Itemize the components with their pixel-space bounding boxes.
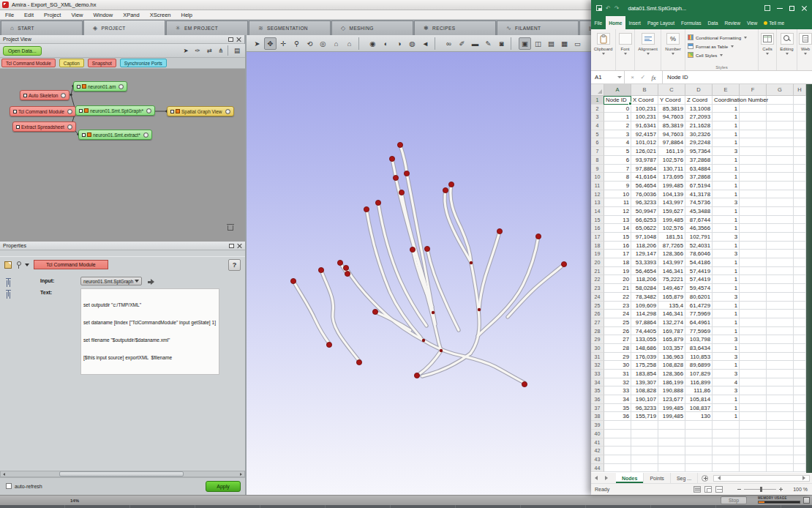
column-header-c[interactable]: C [658, 84, 685, 96]
cell[interactable] [685, 455, 713, 464]
cell[interactable] [658, 430, 685, 438]
cell[interactable] [767, 198, 794, 207]
cell[interactable]: 65,0622 [631, 224, 658, 233]
cell[interactable]: 159,627 [658, 207, 685, 216]
cell[interactable]: 21 [604, 284, 631, 293]
cell[interactable]: 128,366 [658, 370, 685, 378]
cell[interactable] [604, 447, 631, 455]
cell[interactable] [767, 438, 794, 447]
cell[interactable]: 41,3178 [685, 190, 713, 199]
cell[interactable]: Y Coord [658, 96, 685, 105]
cell[interactable]: 199,485 [658, 216, 685, 225]
cell[interactable]: 103,798 [685, 335, 713, 344]
styles-button-format-as-table[interactable]: Format as Table [688, 42, 758, 51]
cell[interactable] [794, 275, 806, 284]
cell[interactable] [713, 447, 740, 455]
cell[interactable] [767, 318, 794, 327]
cell[interactable]: 97,1048 [631, 233, 658, 242]
apply-button[interactable]: Apply [206, 481, 241, 492]
cell[interactable]: 87,7265 [658, 242, 685, 250]
close-panel-icon[interactable] [236, 37, 241, 42]
menu-edit[interactable]: Edit [19, 12, 39, 18]
cell[interactable]: 199,485 [658, 412, 685, 421]
cell[interactable] [740, 242, 767, 250]
cell[interactable] [740, 464, 767, 473]
cell[interactable]: 1 [713, 242, 740, 250]
cell[interactable]: 139,307 [631, 378, 658, 387]
row-header-17[interactable]: 17 [591, 233, 604, 242]
cell[interactable] [794, 233, 806, 242]
cell[interactable]: 7 [604, 165, 631, 173]
cell[interactable]: Coordination Number [713, 96, 740, 105]
ribbon-options-icon[interactable] [764, 5, 770, 11]
row-header-8[interactable]: 8 [591, 156, 604, 165]
cell[interactable] [767, 275, 794, 284]
cell[interactable] [685, 447, 713, 455]
cell[interactable] [767, 138, 794, 147]
cell[interactable]: 108,828 [631, 386, 658, 395]
cell[interactable]: 94,7603 [658, 113, 685, 122]
port-pin-icon[interactable] [6, 278, 11, 285]
cell[interactable]: 83,6434 [685, 344, 713, 353]
cell[interactable]: 54,4186 [685, 258, 713, 267]
cell[interactable] [767, 464, 794, 473]
cell[interactable] [740, 182, 767, 190]
enter-icon[interactable]: ✓ [640, 74, 645, 81]
row-header-1[interactable]: 1 [591, 96, 604, 105]
cell[interactable]: 1 [713, 182, 740, 190]
pin-icon[interactable] [16, 261, 20, 269]
cell[interactable]: 91,6341 [631, 122, 658, 130]
ribbon-tab-review[interactable]: Review [721, 16, 744, 29]
row-header-34[interactable]: 34 [591, 378, 604, 387]
cell[interactable]: 78,3482 [631, 293, 658, 302]
node-info-icon[interactable] [225, 109, 230, 114]
cell[interactable]: 30,2326 [685, 130, 713, 139]
cell[interactable]: 32 [604, 378, 631, 387]
note-icon[interactable] [4, 261, 12, 269]
stereo-glasses-icon[interactable]: ∞ [443, 37, 455, 50]
cell[interactable]: 80,6201 [685, 293, 713, 302]
cell[interactable]: 100,231 [631, 105, 658, 113]
cell[interactable]: 1 [713, 310, 740, 318]
cell[interactable] [740, 190, 767, 199]
undock-icon[interactable] [228, 37, 233, 42]
menu-xpand[interactable]: XPand [118, 12, 145, 18]
cell[interactable]: 1 [713, 165, 740, 173]
cell[interactable] [740, 122, 767, 130]
cell[interactable]: 130 [685, 412, 713, 421]
cell[interactable]: 95,7364 [685, 147, 713, 156]
cell[interactable]: 123,677 [658, 395, 685, 404]
pool-tree-icon[interactable]: ⋔ [216, 45, 226, 56]
cell[interactable] [794, 122, 806, 130]
cell[interactable]: 27,2093 [685, 113, 713, 122]
cell[interactable]: 93,9787 [631, 156, 658, 165]
cell[interactable] [740, 267, 767, 276]
row-header-31[interactable]: 31 [591, 353, 604, 362]
cell[interactable]: 53,3393 [631, 258, 658, 267]
cell[interactable]: 11 [604, 198, 631, 207]
row-header-9[interactable]: 9 [591, 165, 604, 173]
scroll-right-icon[interactable] [802, 476, 805, 480]
cell[interactable]: 116,899 [685, 378, 713, 387]
cell[interactable]: 155,719 [631, 412, 658, 421]
select-all-corner[interactable] [591, 84, 604, 96]
cell[interactable]: 132,274 [658, 318, 685, 327]
connect-arrow-icon[interactable] [148, 279, 154, 285]
ribbon-group-editing[interactable]: Editing [777, 29, 797, 70]
pool-node-tcl-command-module[interactable]: Tcl Command Module [10, 106, 76, 116]
insert-function-icon[interactable]: fx [651, 74, 655, 81]
cell[interactable]: 77,5969 [685, 327, 713, 336]
cell[interactable] [767, 216, 794, 225]
row-header-6[interactable]: 6 [591, 138, 604, 147]
pool-node-neuron01-smt-sptgraph[interactable]: neuron01.Smt.SptGraph* [75, 105, 155, 116]
row-header-15[interactable]: 15 [591, 216, 604, 225]
close-icon[interactable] [801, 5, 807, 11]
cell[interactable]: 18 [604, 258, 631, 267]
cell[interactable]: 3 [713, 386, 740, 395]
cell[interactable] [794, 182, 806, 190]
cell[interactable]: 199,485 [658, 404, 685, 413]
row-header-16[interactable]: 16 [591, 224, 604, 233]
cell[interactable]: 13,1008 [685, 105, 713, 113]
cell[interactable]: 101,012 [631, 138, 658, 147]
cell[interactable]: 8 [604, 173, 631, 182]
